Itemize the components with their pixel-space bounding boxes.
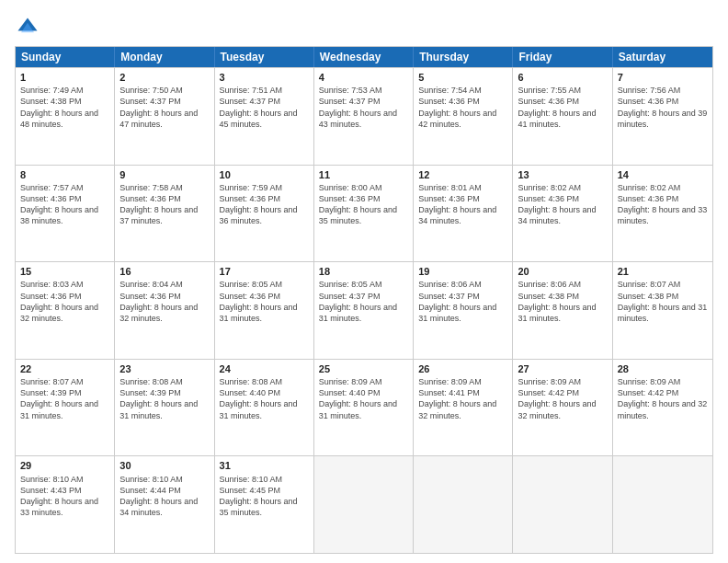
sunrise-label: Sunrise: 8:08 AM [220, 377, 283, 386]
cell-info: Sunrise: 8:08 AM Sunset: 4:40 PM Dayligh… [220, 376, 309, 421]
sunrise-label: Sunrise: 7:57 AM [20, 183, 84, 192]
sunset-label: Sunset: 4:40 PM [319, 388, 381, 397]
calendar-cell: 26 Sunrise: 8:09 AM Sunset: 4:41 PM Dayl… [414, 360, 513, 456]
cell-info: Sunrise: 8:02 AM Sunset: 4:36 PM Dayligh… [618, 182, 708, 227]
sunset-label: Sunset: 4:42 PM [618, 388, 679, 397]
calendar-cell: 6 Sunrise: 7:55 AM Sunset: 4:36 PM Dayli… [513, 68, 612, 165]
sunrise-label: Sunrise: 7:56 AM [618, 86, 681, 95]
sunrise-label: Sunrise: 8:00 AM [319, 183, 382, 192]
calendar-cell: 18 Sunrise: 8:05 AM Sunset: 4:37 PM Dayl… [314, 262, 414, 359]
calendar-cell: 25 Sunrise: 8:09 AM Sunset: 4:40 PM Dayl… [314, 360, 414, 456]
daylight-label: Daylight: 8 hours and 31 minutes. [319, 303, 397, 323]
calendar-cell: 28 Sunrise: 8:09 AM Sunset: 4:42 PM Dayl… [613, 360, 712, 456]
calendar-cell: 13 Sunrise: 8:02 AM Sunset: 4:36 PM Dayl… [513, 166, 612, 262]
calendar-cell: 16 Sunrise: 8:04 AM Sunset: 4:36 PM Dayl… [115, 262, 214, 359]
cell-info: Sunrise: 7:53 AM Sunset: 4:37 PM Dayligh… [319, 85, 408, 130]
daylight-label: Daylight: 8 hours and 31 minutes. [220, 399, 298, 419]
calendar-row: 22 Sunrise: 8:07 AM Sunset: 4:39 PM Dayl… [16, 359, 712, 456]
sunrise-label: Sunrise: 8:08 AM [119, 377, 183, 386]
sunset-label: Sunset: 4:37 PM [220, 97, 281, 106]
calendar-cell: 17 Sunrise: 8:05 AM Sunset: 4:36 PM Dayl… [215, 262, 314, 359]
calendar-cell: 27 Sunrise: 8:09 AM Sunset: 4:42 PM Dayl… [513, 360, 612, 456]
cell-info: Sunrise: 8:10 AM Sunset: 4:44 PM Dayligh… [119, 474, 209, 519]
sunset-label: Sunset: 4:37 PM [319, 97, 381, 106]
sunrise-label: Sunrise: 7:54 AM [418, 86, 482, 95]
calendar-page: SundayMondayTuesdayWednesdayThursdayFrid… [0, 0, 728, 563]
cell-info: Sunrise: 8:09 AM Sunset: 4:40 PM Dayligh… [319, 376, 408, 421]
day-number: 5 [418, 71, 507, 84]
calendar: SundayMondayTuesdayWednesdayThursdayFrid… [15, 46, 713, 554]
daylight-label: Daylight: 8 hours and 31 minutes. [20, 399, 98, 419]
cell-info: Sunrise: 8:05 AM Sunset: 4:36 PM Dayligh… [220, 279, 309, 324]
sunrise-label: Sunrise: 7:51 AM [220, 86, 283, 95]
sunset-label: Sunset: 4:36 PM [220, 194, 281, 203]
calendar-cell: 11 Sunrise: 8:00 AM Sunset: 4:36 PM Dayl… [314, 166, 414, 262]
day-number: 17 [220, 265, 309, 278]
day-number: 26 [418, 362, 507, 375]
sunrise-label: Sunrise: 8:10 AM [220, 475, 283, 484]
sunrise-label: Sunrise: 8:02 AM [518, 183, 581, 192]
sunset-label: Sunset: 4:36 PM [418, 194, 480, 203]
calendar-cell: 29 Sunrise: 8:10 AM Sunset: 4:43 PM Dayl… [16, 456, 115, 553]
day-number: 21 [618, 265, 708, 278]
sunrise-label: Sunrise: 8:03 AM [20, 280, 84, 289]
daylight-label: Daylight: 8 hours and 48 minutes. [20, 109, 98, 129]
daylight-label: Daylight: 8 hours and 31 minutes. [618, 303, 708, 323]
day-number: 28 [618, 362, 708, 375]
daylight-label: Daylight: 8 hours and 31 minutes. [418, 303, 496, 323]
calendar-header: SundayMondayTuesdayWednesdayThursdayFrid… [16, 47, 712, 67]
day-number: 2 [119, 71, 209, 84]
cell-info: Sunrise: 8:09 AM Sunset: 4:42 PM Dayligh… [518, 376, 607, 421]
daylight-label: Daylight: 8 hours and 32 minutes. [20, 303, 98, 323]
cell-info: Sunrise: 7:57 AM Sunset: 4:36 PM Dayligh… [20, 182, 109, 227]
daylight-label: Daylight: 8 hours and 35 minutes. [220, 497, 298, 517]
cell-info: Sunrise: 8:10 AM Sunset: 4:43 PM Dayligh… [20, 474, 109, 519]
daylight-label: Daylight: 8 hours and 34 minutes. [418, 205, 496, 225]
day-number: 29 [20, 459, 109, 472]
sunset-label: Sunset: 4:38 PM [20, 97, 82, 106]
calendar-cell: 9 Sunrise: 7:58 AM Sunset: 4:36 PM Dayli… [115, 166, 214, 262]
daylight-label: Daylight: 8 hours and 34 minutes. [518, 205, 596, 225]
day-number: 6 [518, 71, 607, 84]
cell-info: Sunrise: 8:07 AM Sunset: 4:39 PM Dayligh… [20, 376, 109, 421]
sunrise-label: Sunrise: 8:09 AM [618, 377, 681, 386]
cell-info: Sunrise: 8:04 AM Sunset: 4:36 PM Dayligh… [119, 279, 209, 324]
day-number: 18 [319, 265, 408, 278]
header-day: Tuesday [215, 47, 314, 67]
sunrise-label: Sunrise: 7:58 AM [119, 183, 183, 192]
calendar-cell [314, 456, 414, 553]
sunrise-label: Sunrise: 8:05 AM [319, 280, 382, 289]
cell-info: Sunrise: 7:50 AM Sunset: 4:37 PM Dayligh… [119, 85, 209, 130]
daylight-label: Daylight: 8 hours and 33 minutes. [20, 497, 98, 517]
sunrise-label: Sunrise: 8:09 AM [518, 377, 581, 386]
sunset-label: Sunset: 4:36 PM [119, 194, 181, 203]
day-number: 14 [618, 168, 708, 181]
cell-info: Sunrise: 7:56 AM Sunset: 4:36 PM Dayligh… [618, 85, 708, 130]
cell-info: Sunrise: 8:09 AM Sunset: 4:41 PM Dayligh… [418, 376, 507, 421]
sunrise-label: Sunrise: 8:06 AM [418, 280, 482, 289]
day-number: 8 [20, 168, 109, 181]
sunset-label: Sunset: 4:36 PM [618, 194, 679, 203]
day-number: 19 [418, 265, 507, 278]
sunrise-label: Sunrise: 8:02 AM [618, 183, 681, 192]
sunset-label: Sunset: 4:36 PM [418, 97, 480, 106]
sunset-label: Sunset: 4:36 PM [518, 194, 579, 203]
sunrise-label: Sunrise: 7:59 AM [220, 183, 283, 192]
sunset-label: Sunset: 4:42 PM [518, 388, 579, 397]
cell-info: Sunrise: 7:54 AM Sunset: 4:36 PM Dayligh… [418, 85, 507, 130]
day-number: 16 [119, 265, 209, 278]
calendar-cell: 4 Sunrise: 7:53 AM Sunset: 4:37 PM Dayli… [314, 68, 414, 165]
calendar-cell: 30 Sunrise: 8:10 AM Sunset: 4:44 PM Dayl… [115, 456, 214, 553]
calendar-cell: 21 Sunrise: 8:07 AM Sunset: 4:38 PM Dayl… [613, 262, 712, 359]
day-number: 11 [319, 168, 408, 181]
sunset-label: Sunset: 4:41 PM [418, 388, 480, 397]
calendar-row: 1 Sunrise: 7:49 AM Sunset: 4:38 PM Dayli… [16, 67, 712, 165]
calendar-cell: 14 Sunrise: 8:02 AM Sunset: 4:36 PM Dayl… [613, 166, 712, 262]
sunset-label: Sunset: 4:36 PM [119, 292, 181, 301]
daylight-label: Daylight: 8 hours and 34 minutes. [119, 497, 198, 517]
daylight-label: Daylight: 8 hours and 38 minutes. [20, 205, 98, 225]
calendar-cell [414, 456, 513, 553]
header-day: Friday [513, 47, 612, 67]
cell-info: Sunrise: 7:51 AM Sunset: 4:37 PM Dayligh… [220, 85, 309, 130]
day-number: 24 [220, 362, 309, 375]
